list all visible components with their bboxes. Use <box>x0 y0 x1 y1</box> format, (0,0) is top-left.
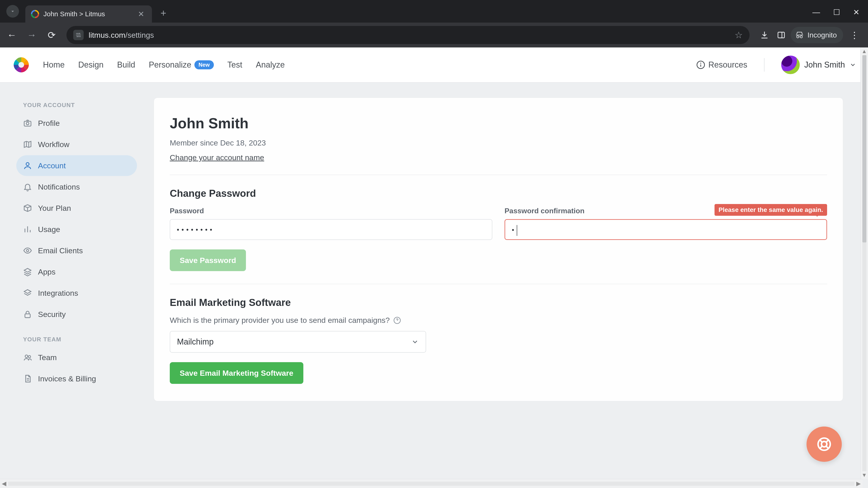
chrome-menu-button[interactable]: ⋮ <box>845 30 864 40</box>
browser-tab-active[interactable]: John Smith > Litmus ✕ <box>25 5 152 23</box>
bar-chart-icon <box>23 225 32 234</box>
sidebar-item-workflow[interactable]: Workflow <box>16 134 137 155</box>
downloads-button[interactable] <box>757 28 772 42</box>
forward-button[interactable]: → <box>24 28 39 42</box>
file-icon <box>23 374 32 383</box>
stack-icon <box>23 289 32 297</box>
site-info-button[interactable] <box>73 30 84 40</box>
svg-point-21 <box>822 442 827 447</box>
chevron-down-icon <box>411 338 419 346</box>
save-esp-button[interactable]: Save Email Marketing Software <box>170 362 303 384</box>
maximize-button[interactable]: ☐ <box>833 8 840 17</box>
browser-toolbar: ← → ⟳ litmus.com/settings ☆ Incognito ⋮ <box>0 23 868 47</box>
tab-strip: John Smith > Litmus ✕ + — ☐ ✕ <box>0 0 868 23</box>
sidebar-item-usage[interactable]: Usage <box>16 219 137 240</box>
nav-build[interactable]: Build <box>117 60 135 70</box>
panel-icon <box>777 31 785 39</box>
incognito-indicator[interactable]: Incognito <box>791 27 843 43</box>
tab-close-button[interactable]: ✕ <box>136 9 146 19</box>
esp-section: Email Marketing Software Which is the pr… <box>170 284 827 384</box>
user-icon <box>23 161 32 170</box>
chevron-down-icon <box>849 61 856 68</box>
browser-window: John Smith > Litmus ✕ + — ☐ ✕ ← → ⟳ litm… <box>0 0 868 488</box>
header-divider <box>764 58 765 72</box>
user-name: John Smith <box>804 60 845 70</box>
scroll-right-arrow[interactable]: ▶ <box>855 480 863 487</box>
back-button[interactable]: ← <box>4 28 19 42</box>
app-header: Home Design Build Personalize New Test A… <box>0 47 868 83</box>
sidebar-item-label: Security <box>38 310 66 319</box>
sidebar-item-apps[interactable]: Apps <box>16 261 137 282</box>
help-icon[interactable] <box>393 317 401 324</box>
new-tab-button[interactable]: + <box>160 7 166 19</box>
scroll-track-h[interactable] <box>8 482 855 486</box>
profile-section: John Smith Member since Dec 18, 2023 Cha… <box>170 115 827 162</box>
scroll-left-arrow[interactable]: ◀ <box>0 480 8 487</box>
litmus-logo-icon[interactable] <box>12 55 31 74</box>
box-icon <box>23 203 32 213</box>
help-fab[interactable] <box>807 427 842 462</box>
svg-point-15 <box>26 250 29 252</box>
new-badge: New <box>194 60 214 69</box>
nav-test[interactable]: Test <box>227 60 242 70</box>
layers-icon <box>23 267 32 276</box>
scroll-down-arrow[interactable]: ▼ <box>862 471 867 479</box>
sidebar-heading-team: YOUR TEAM <box>23 336 137 343</box>
sidebar-item-label: Profile <box>38 119 60 128</box>
sidebar-item-label: Email Clients <box>38 246 83 255</box>
sidebar-item-account[interactable]: Account <box>16 155 137 176</box>
sidebar-item-integrations[interactable]: Integrations <box>16 283 137 303</box>
page-viewport: Home Design Build Personalize New Test A… <box>0 47 868 488</box>
sidebar-item-plan[interactable]: Your Plan <box>16 198 137 219</box>
password-confirm-input[interactable]: • <box>504 219 827 240</box>
sidebar-item-label: Account <box>38 161 66 170</box>
nav-analyze[interactable]: Analyze <box>256 60 285 70</box>
horizontal-scrollbar[interactable]: ◀ ▶ <box>0 479 863 488</box>
password-input[interactable]: •••••••• <box>170 219 492 240</box>
sidebar-item-notifications[interactable]: Notifications <box>16 176 137 197</box>
lock-icon <box>23 310 32 319</box>
info-icon <box>696 60 705 69</box>
sidebar-item-security[interactable]: Security <box>16 304 137 325</box>
resources-label: Resources <box>708 60 747 70</box>
svg-point-5 <box>76 36 78 37</box>
litmus-favicon-icon <box>31 10 39 18</box>
change-account-name-link[interactable]: Change your account name <box>170 153 264 162</box>
tab-search-button[interactable] <box>6 5 19 18</box>
svg-rect-16 <box>25 314 30 318</box>
incognito-label: Incognito <box>807 31 837 39</box>
sidebar-item-label: Team <box>38 353 57 362</box>
sidebar-item-email-clients[interactable]: Email Clients <box>16 240 137 261</box>
svg-rect-6 <box>778 32 784 38</box>
esp-select[interactable]: Mailchimp <box>170 331 426 353</box>
nav-home[interactable]: Home <box>43 60 65 70</box>
nav-design[interactable]: Design <box>78 60 103 70</box>
save-password-button[interactable]: Save Password <box>170 250 246 271</box>
resources-menu[interactable]: Resources <box>696 60 747 70</box>
side-panel-button[interactable] <box>774 28 788 42</box>
minimize-button[interactable]: — <box>812 8 820 17</box>
svg-point-13 <box>26 122 29 125</box>
scroll-thumb[interactable] <box>862 55 866 242</box>
incognito-icon <box>795 31 804 39</box>
page-title: John Smith <box>170 115 827 132</box>
nav-personalize[interactable]: Personalize New <box>149 60 214 70</box>
sidebar-item-invoices[interactable]: Invoices & Billing <box>16 368 137 389</box>
user-menu[interactable]: John Smith <box>781 56 856 74</box>
bookmark-button[interactable]: ☆ <box>735 30 743 40</box>
window-controls: — ☐ ✕ <box>812 8 866 17</box>
scroll-up-arrow[interactable]: ▲ <box>862 47 867 55</box>
scroll-track[interactable] <box>862 55 866 471</box>
sidebar-item-team[interactable]: Team <box>16 347 137 368</box>
sidebar-item-label: Notifications <box>38 183 80 191</box>
sidebar-item-label: Your Plan <box>38 204 71 213</box>
address-bar[interactable]: litmus.com/settings ☆ <box>66 26 749 44</box>
nav-personalize-label: Personalize <box>149 60 191 70</box>
settings-panel: John Smith Member since Dec 18, 2023 Cha… <box>154 98 843 401</box>
vertical-scrollbar[interactable]: ▲ ▼ <box>860 47 868 479</box>
reload-button[interactable]: ⟳ <box>44 28 59 42</box>
sidebar-item-profile[interactable]: Profile <box>16 113 137 133</box>
member-since-text: Member since Dec 18, 2023 <box>170 138 827 147</box>
download-icon <box>760 31 769 39</box>
close-window-button[interactable]: ✕ <box>853 8 860 17</box>
